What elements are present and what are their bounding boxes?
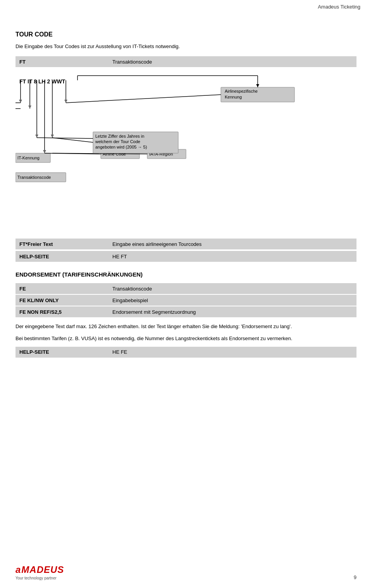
svg-marker-18 — [64, 100, 67, 103]
tour-code-section: TOUR CODE Die Eingabe des Tour Codes ist… — [16, 31, 356, 262]
ft-freier-row: FT*Freier Text Eingabe eines airlineeige… — [16, 239, 356, 249]
endorsement-title: ENDORSEMENT (TARIFEINSCHRÄNKUNGEN) — [16, 271, 356, 278]
fe-row: FE Transaktionscode — [16, 283, 356, 294]
ft-left: FT — [19, 59, 112, 65]
fe-right: Transaktionscode — [112, 286, 353, 292]
svg-marker-14 — [43, 150, 46, 153]
tour-code-diagram: FT IT 8 LH 2 WWT Airlinespezifische Kenn… — [16, 68, 356, 231]
fe-klnw-left: FE KL/NW ONLY — [19, 297, 112, 303]
svg-line-37 — [66, 95, 221, 103]
svg-marker-6 — [256, 84, 259, 87]
fe-non-left: FE NON REF/S2,5 — [19, 309, 112, 315]
fe-help-row: HELP-SEITE HE FE — [16, 347, 356, 358]
fe-non-row: FE NON REF/S2,5 Endorsement mit Segmentz… — [16, 306, 356, 317]
endorsement-section: ENDORSEMENT (TARIFEINSCHRÄNKUNGEN) FE Tr… — [16, 271, 356, 358]
amadeus-logo: aMADEUS — [16, 564, 64, 575]
svg-text:Transaktionscode: Transaktionscode — [17, 175, 51, 180]
fe-klnw-right: Eingabebeispiel — [112, 297, 353, 303]
fe-klnw-row: FE KL/NW ONLY Eingabebeispiel — [16, 295, 356, 306]
svg-marker-12 — [35, 135, 38, 138]
ft-help-right: HE FT — [112, 254, 353, 259]
diagram-command: FT IT 8 LH 2 WWT — [19, 78, 65, 85]
page-number: 9 — [354, 574, 356, 580]
svg-text:IT-Kennung: IT-Kennung — [17, 156, 40, 160]
tour-code-intro: Die Eingabe des Tour Codes ist zur Ausst… — [16, 43, 356, 49]
svg-text:angeboten wird (2005 → 5): angeboten wird (2005 → 5) — [95, 145, 147, 149]
svg-text:Kennung: Kennung — [225, 95, 242, 99]
svg-marker-16 — [51, 135, 54, 138]
svg-text:Airlinespezifische: Airlinespezifische — [225, 89, 258, 93]
ft-help-left: HELP-SEITE — [19, 254, 112, 259]
footer-logo: aMADEUS Your technology partner — [16, 564, 64, 580]
svg-marker-8 — [19, 100, 22, 103]
diagram-container: FT IT 8 LH 2 WWT Airlinespezifische Kenn… — [16, 68, 356, 231]
page-footer: aMADEUS Your technology partner 9 — [0, 564, 372, 580]
logo-subtitle: Your technology partner — [16, 576, 57, 580]
fe-left: FE — [19, 286, 112, 292]
ft-transaktionscode-row: FT Transaktionscode — [16, 56, 356, 67]
ft-help-row: HELP-SEITE HE FT — [16, 251, 356, 262]
svg-text:welchem der Tour Code: welchem der Tour Code — [95, 139, 140, 144]
svg-marker-10 — [28, 105, 31, 109]
fe-non-right: Endorsement mit Segmentzuordnung — [112, 309, 353, 315]
endorsement-text1: Der eingegebene Text darf max. 126 Zeich… — [16, 323, 356, 331]
page-header: Amadeus Ticketing — [318, 4, 360, 10]
fe-help-right: HE FE — [112, 349, 353, 355]
page-content: TOUR CODE Die Eingabe des Tour Codes ist… — [0, 8, 372, 398]
tour-code-title: TOUR CODE — [16, 31, 356, 38]
ft-right: Transaktionscode — [112, 59, 353, 65]
header-title: Amadeus Ticketing — [318, 4, 360, 10]
ft-freier-right: Eingabe eines airlineeigenen Tourcodes — [112, 241, 353, 247]
ft-freier-left: FT*Freier Text — [19, 241, 112, 247]
endorsement-text2: Bei bestimmten Tarifen (z. B. VUSA) ist … — [16, 335, 356, 343]
svg-line-35 — [37, 138, 93, 138]
svg-text:Letzte Ziffer des Jahres in: Letzte Ziffer des Jahres in — [95, 134, 144, 138]
fe-help-left: HELP-SEITE — [19, 349, 112, 355]
